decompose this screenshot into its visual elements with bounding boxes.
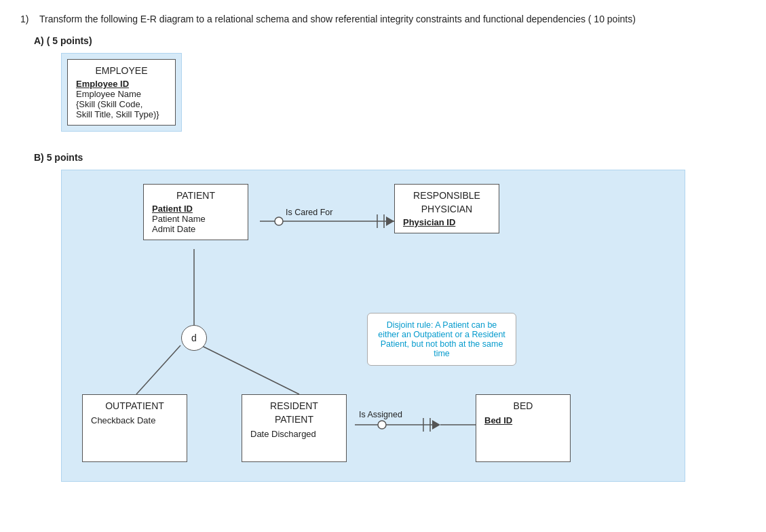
employee-entity: EMPLOYEE Employee ID Employee Name {Skil…: [67, 59, 176, 126]
bed-title: BED: [484, 400, 562, 411]
part-a-container: EMPLOYEE Employee ID Employee Name {Skil…: [61, 53, 182, 132]
disjoint-circle: d: [181, 325, 207, 351]
employee-title: EMPLOYEE: [76, 65, 167, 76]
outpatient-checkback: Checkback Date: [91, 415, 178, 425]
svg-line-7: [201, 345, 299, 394]
part-a-label: A) ( 5 points): [34, 35, 746, 46]
svg-point-1: [275, 217, 283, 225]
bed-entity: BED Bed ID: [476, 394, 571, 462]
employee-attr-3: Skill Title, Skill Type)}: [76, 109, 167, 119]
physician-entity: RESPONSIBLE PHYSICIAN Physician ID: [394, 184, 499, 233]
employee-pk: Employee ID: [76, 79, 167, 89]
outpatient-entity: OUTPATIENT Checkback Date: [82, 394, 187, 462]
question-header: 1) Transform the following E-R diagram t…: [20, 14, 746, 24]
patient-entity: PATIENT Patient ID Patient Name Admit Da…: [143, 184, 248, 240]
resident-patient-entity: RESIDENT PATIENT Date Discharged: [242, 394, 347, 462]
question-number: 1): [20, 14, 34, 24]
employee-attr-1: Employee Name: [76, 89, 167, 99]
svg-marker-4: [386, 216, 394, 226]
svg-marker-12: [432, 420, 440, 430]
employee-attr-2: {Skill (Skill Code,: [76, 99, 167, 109]
question-text: Transform the following E-R diagram to a…: [39, 14, 636, 24]
svg-point-9: [378, 421, 386, 429]
physician-title-2: PHYSICIAN: [403, 204, 491, 214]
is-assigned-label: Is Assigned: [359, 410, 402, 419]
patient-name-attr: Patient Name: [152, 214, 240, 224]
is-cared-for-label: Is Cared For: [286, 208, 332, 217]
svg-line-6: [136, 345, 180, 394]
patient-admit-attr: Admit Date: [152, 224, 240, 234]
resident-discharge-attr: Date Discharged: [250, 429, 338, 439]
resident-title-1: RESIDENT: [250, 400, 338, 411]
disjoint-note: Disjoint rule: A Patient can be either a…: [367, 313, 516, 366]
bed-pk: Bed ID: [484, 415, 562, 425]
resident-title-2: PATIENT: [250, 414, 338, 425]
patient-title: PATIENT: [152, 190, 240, 201]
physician-pk: Physician ID: [403, 217, 491, 227]
physician-title-1: RESPONSIBLE: [403, 190, 491, 201]
patient-pk: Patient ID: [152, 204, 240, 214]
outpatient-title: OUTPATIENT: [91, 400, 178, 411]
diagram-container: PATIENT Patient ID Patient Name Admit Da…: [61, 170, 685, 482]
part-b-label: B) 5 points: [34, 152, 746, 163]
